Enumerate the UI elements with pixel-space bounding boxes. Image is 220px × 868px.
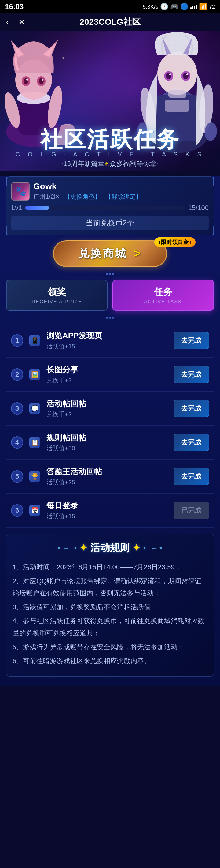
rules-content: 1、活动时间：2023年6月15日14:00——7月26日23:59； 2、对应… [12,561,208,667]
rule-item-2: 2、对应QQ账户与论坛账号绑定。请确认绑定流程，期间需保证论坛账户在有效使用范围… [12,575,208,599]
table-row: 5 🏆 答题王活动回帖 活跃值+25 去完成 [6,460,214,494]
rules-title: · ✦ 活动规则 ✦ · [74,541,146,555]
divider-line-2-left [6,318,103,318]
task-reward-1: 活跃值+15 [46,342,169,350]
task-number-5: 5 [11,470,23,483]
divider-line-right [117,274,214,274]
tab-row: 领奖 · RECEIVE A PRIZE · 任务 · ACTIVE TASK … [6,280,214,311]
main-content: 🐾 Gowk 广州1/2区 【更换角色】 【解除绑定】 Lv1 15/100 当… [0,176,220,686]
task-btn-3[interactable]: 去完成 [174,400,209,417]
task-title-6: 每日登录 [46,500,169,511]
task-title-3: 活动帖回帖 [46,398,169,409]
lv-bar-row: Lv1 15/100 [11,204,209,212]
status-time: 16:03 [5,2,24,11]
hero-title-cn: 社区活跃任务 [0,128,220,150]
task-btn-1[interactable]: 去完成 [174,332,209,349]
task-icon-2: 🖼️ [28,368,42,381]
task-text-5: 答题王活动回帖 活跃值+25 [46,466,169,487]
rule-item-3: 3、活跃值可累加，兑换奖励后不会消耗活跃值 [12,601,208,613]
page-title: 2023COLG社区 [79,16,140,28]
section-divider-1 [6,273,214,275]
unbind-link[interactable]: 【解除绑定】 [105,193,142,200]
divider-line-left [6,274,103,274]
table-row: 2 🖼️ 长图分享 兑换币+3 去完成 [6,358,214,392]
coin-display: 当前兑换币2个 [11,216,209,230]
table-row: 6 📅 每日登录 活跃值+15 已完成 [6,494,214,528]
change-character-link[interactable]: 【更换角色】 [64,193,101,200]
hero-title-area: 社区活跃任务 · C O L G · A C T I V E · T A S K… [0,128,220,172]
signal-bars [190,5,197,9]
rules-arrow-left: → [63,545,69,552]
task-text-4: 规则帖回帖 活跃值+50 [46,432,169,453]
task-btn-5[interactable]: 去完成 [174,468,209,485]
svg-point-23 [157,52,197,95]
user-info-row: 🐾 Gowk 广州1/2区 【更换角色】 【解除绑定】 [11,182,209,201]
lv-bar-fill [25,206,49,210]
table-row: 3 💬 活动帖回帖 兑换币+2 去完成 [6,392,214,426]
notification-icon-3: 🔵 [180,3,188,11]
task-reward-6: 活跃值+15 [46,512,169,521]
task-number-2: 2 [11,368,23,380]
network-speed: 5.3K/s [143,4,158,10]
tab-receive-en: · RECEIVE A PRIZE · [7,299,107,305]
rule-item-5: 5、游戏行为异常或账号存在安全风险，将无法参加活动； [12,641,208,653]
task-number-3: 3 [11,402,23,414]
svg-rect-32 [168,90,186,98]
close-button[interactable]: ✕ [18,18,25,27]
username: Gowk [33,182,209,191]
back-button[interactable]: ‹ [6,18,9,27]
rules-arrow-right: ← [151,545,157,552]
lv-label: Lv1 [11,204,22,212]
task-btn-4[interactable]: 去完成 [174,434,209,451]
tab-task[interactable]: 任务 · ACTIVE TASK · [112,280,214,311]
divider-dots-2 [106,317,114,319]
rules-star-right: ✦ [158,545,163,552]
svg-rect-18 [165,99,189,112]
table-row: 1 📱 浏览APP发现页 活跃值+15 去完成 [6,323,214,358]
task-text-6: 每日登录 活跃值+15 [46,500,169,521]
hero-subtitle: ·15周年新篇章⊕众多福利等你拿· [0,159,220,168]
rules-section: ✦ → · ✦ 活动规则 ✦ · ← ✦ 1、活动时间：2023年6月15日14… [6,534,214,677]
rule-item-4: 4、参与社区活跃任务可获得兑换币，可前往兑换商城消耗对应数量的兑换币可兑换相应道… [12,615,208,639]
rules-star-left: ✦ [57,545,62,552]
task-title-2: 长图分享 [46,364,169,375]
nav-bar: ‹ ✕ 2023COLG社区 [0,13,220,31]
wifi-icon: 📶 [199,3,207,11]
hero-title-en: · C O L G · A C T I V E · T A S K S · [0,151,220,158]
tab-task-en: · ACTIVE TASK · [113,299,213,305]
task-text-2: 长图分享 兑换币+3 [46,364,169,384]
task-reward-5: 活跃值+25 [46,478,169,487]
task-reward-4: 活跃值+50 [46,444,169,453]
rule-item-6: 6、可前往暗游游戏社区来兑换相应奖励内容。 [12,655,208,667]
lv-count: 15/100 [188,204,209,212]
divider-line-2-right [117,318,214,318]
notification-icon-2: 🎮 [170,3,178,11]
task-number-6: 6 [11,504,23,517]
rules-deco-left: ✦ → [12,545,69,552]
lv-progress-bar [25,206,185,210]
shop-button[interactable]: 兑换商城 > [53,240,167,267]
task-icon-1: 📱 [28,334,42,347]
task-title-4: 规则帖回帖 [46,432,169,443]
svg-point-28 [169,73,171,75]
section-divider-2 [6,317,214,319]
task-title-1: 浏览APP发现页 [46,330,169,341]
svg-point-14 [26,79,28,81]
task-icon-4: 📋 [28,436,42,449]
task-icon-5: 🏆 [28,470,42,483]
user-card: 🐾 Gowk 广州1/2区 【更换角色】 【解除绑定】 Lv1 15/100 当… [6,176,214,236]
user-details: Gowk 广州1/2区 【更换角色】 【解除绑定】 [33,182,209,201]
task-icon-3: 💬 [28,402,42,415]
shop-banner: +限时领白金+ 兑换商城 > [6,240,214,267]
rules-title-row: ✦ → · ✦ 活动规则 ✦ · ← ✦ [12,541,208,555]
tab-receive[interactable]: 领奖 · RECEIVE A PRIZE · [6,280,108,311]
table-row: 4 📋 规则帖回帖 活跃值+50 去完成 [6,426,214,460]
task-number-1: 1 [11,334,23,347]
task-title-5: 答题王活动回帖 [46,466,169,477]
task-icon-6: 📅 [28,504,42,517]
svg-point-29 [186,73,188,75]
task-btn-2[interactable]: 去完成 [174,366,209,383]
task-reward-2: 兑换币+3 [46,376,169,384]
rules-deco-right: ← ✦ [151,545,208,552]
battery-icon: 72 [209,4,215,10]
